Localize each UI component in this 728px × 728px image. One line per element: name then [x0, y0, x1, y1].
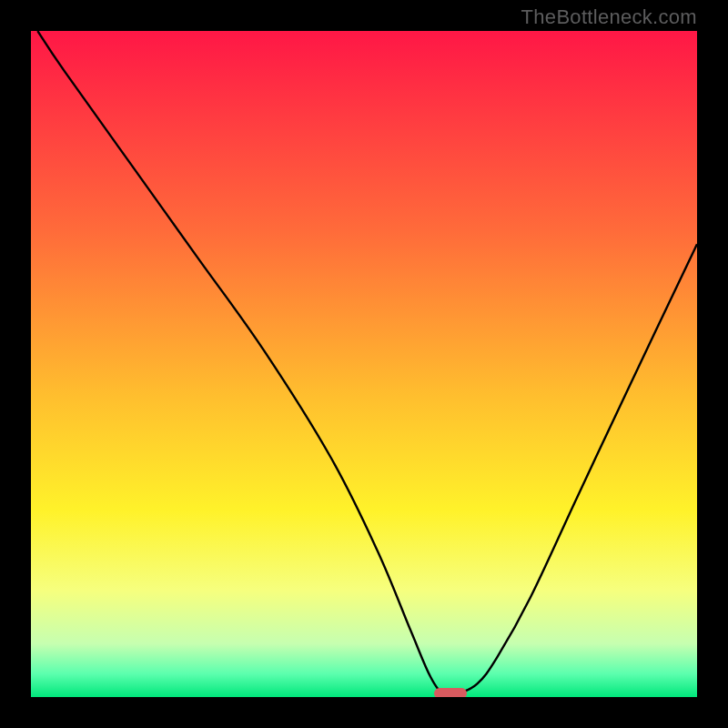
curve-layer [31, 31, 697, 697]
bottleneck-chart: TheBottleneck.com [0, 0, 728, 728]
plot-area [31, 31, 697, 697]
optimal-marker [434, 688, 467, 697]
bottleneck-curve [37, 31, 697, 695]
watermark-text: TheBottleneck.com [521, 5, 697, 29]
